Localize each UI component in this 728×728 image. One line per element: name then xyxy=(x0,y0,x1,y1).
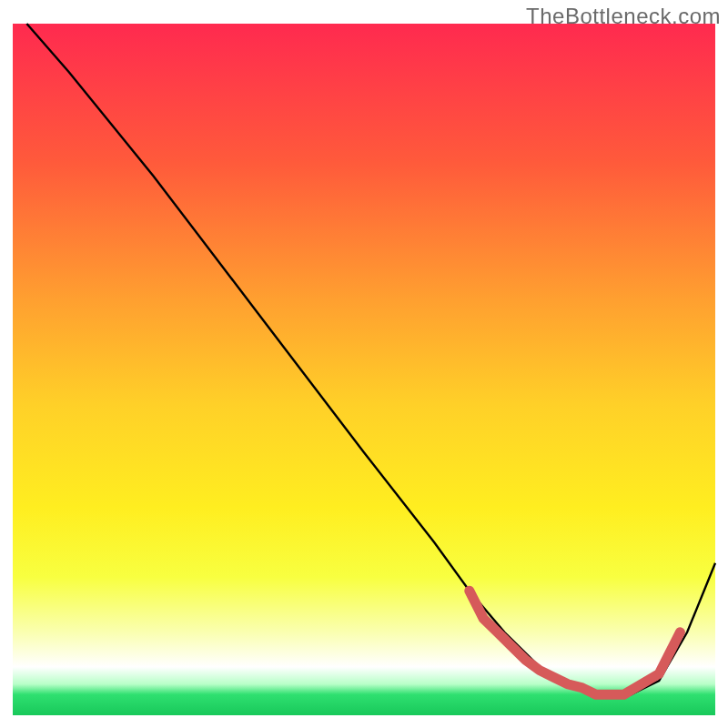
chart-svg xyxy=(0,0,728,728)
watermark-text: TheBottleneck.com xyxy=(526,4,721,29)
chart-background xyxy=(13,24,715,715)
chart-container: TheBottleneck.com xyxy=(0,0,728,728)
